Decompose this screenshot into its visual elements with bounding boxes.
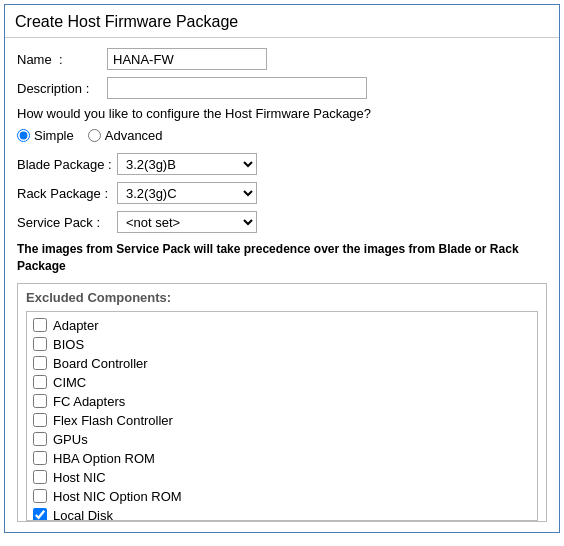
component-label[interactable]: Flex Flash Controller [53, 413, 173, 428]
component-label[interactable]: CIMC [53, 375, 86, 390]
component-label[interactable]: HBA Option ROM [53, 451, 155, 466]
component-label[interactable]: GPUs [53, 432, 88, 447]
service-pack-select[interactable]: <not set> [117, 211, 257, 233]
name-input[interactable] [107, 48, 267, 70]
config-question: How would you like to configure the Host… [17, 106, 547, 121]
list-item: Local Disk [27, 506, 537, 521]
component-label[interactable]: Host NIC [53, 470, 106, 485]
list-item: Host NIC Option ROM [27, 487, 537, 506]
dialog-body: Name : Description : How would you like … [5, 38, 559, 532]
list-item: Adapter [27, 316, 537, 335]
service-pack-note: The images from Service Pack will take p… [17, 241, 547, 275]
list-item: HBA Option ROM [27, 449, 537, 468]
component-label[interactable]: FC Adapters [53, 394, 125, 409]
service-pack-label: Service Pack : [17, 215, 117, 230]
component-label[interactable]: BIOS [53, 337, 84, 352]
list-item: FC Adapters [27, 392, 537, 411]
rack-package-label: Rack Package : [17, 186, 117, 201]
component-list: AdapterBIOSBoard ControllerCIMCFC Adapte… [26, 311, 538, 521]
list-item: Board Controller [27, 354, 537, 373]
excluded-title: Excluded Components: [26, 290, 538, 305]
component-label[interactable]: Adapter [53, 318, 99, 333]
rack-package-select[interactable]: 3.2(3g)C 3.2(3g)B 3.2(3g)A [117, 182, 257, 204]
list-item: BIOS [27, 335, 537, 354]
component-label[interactable]: Board Controller [53, 356, 148, 371]
component-checkbox[interactable] [33, 489, 47, 503]
advanced-radio-option[interactable]: Advanced [88, 128, 163, 143]
description-row: Description : [17, 77, 547, 99]
list-item: Host NIC [27, 468, 537, 487]
name-label: Name : [17, 52, 107, 67]
component-checkbox[interactable] [33, 337, 47, 351]
blade-package-label: Blade Package : [17, 157, 117, 172]
blade-package-row: Blade Package : 3.2(3g)B 3.2(3g)A 3.2(3g… [17, 153, 547, 175]
advanced-radio[interactable] [88, 129, 101, 142]
component-checkbox[interactable] [33, 394, 47, 408]
component-checkbox[interactable] [33, 451, 47, 465]
component-label[interactable]: Local Disk [53, 508, 113, 521]
simple-radio[interactable] [17, 129, 30, 142]
component-checkbox[interactable] [33, 413, 47, 427]
component-checkbox[interactable] [33, 470, 47, 484]
dialog-title: Create Host Firmware Package [5, 5, 559, 38]
advanced-label: Advanced [105, 128, 163, 143]
component-checkbox[interactable] [33, 432, 47, 446]
excluded-section: Excluded Components: AdapterBIOSBoard Co… [17, 283, 547, 522]
component-checkbox[interactable] [33, 508, 47, 521]
description-label: Description : [17, 81, 107, 96]
simple-radio-option[interactable]: Simple [17, 128, 74, 143]
list-item: Flex Flash Controller [27, 411, 537, 430]
simple-label: Simple [34, 128, 74, 143]
name-row: Name : [17, 48, 547, 70]
rack-package-row: Rack Package : 3.2(3g)C 3.2(3g)B 3.2(3g)… [17, 182, 547, 204]
config-radio-row: Simple Advanced [17, 128, 547, 143]
component-checkbox[interactable] [33, 356, 47, 370]
component-checkbox[interactable] [33, 375, 47, 389]
blade-package-select[interactable]: 3.2(3g)B 3.2(3g)A 3.2(3g)C [117, 153, 257, 175]
list-item: GPUs [27, 430, 537, 449]
component-checkbox[interactable] [33, 318, 47, 332]
list-item: CIMC [27, 373, 537, 392]
description-input[interactable] [107, 77, 367, 99]
component-label[interactable]: Host NIC Option ROM [53, 489, 182, 504]
create-firmware-dialog: Create Host Firmware Package Name : Desc… [4, 4, 560, 533]
service-pack-row: Service Pack : <not set> [17, 211, 547, 233]
